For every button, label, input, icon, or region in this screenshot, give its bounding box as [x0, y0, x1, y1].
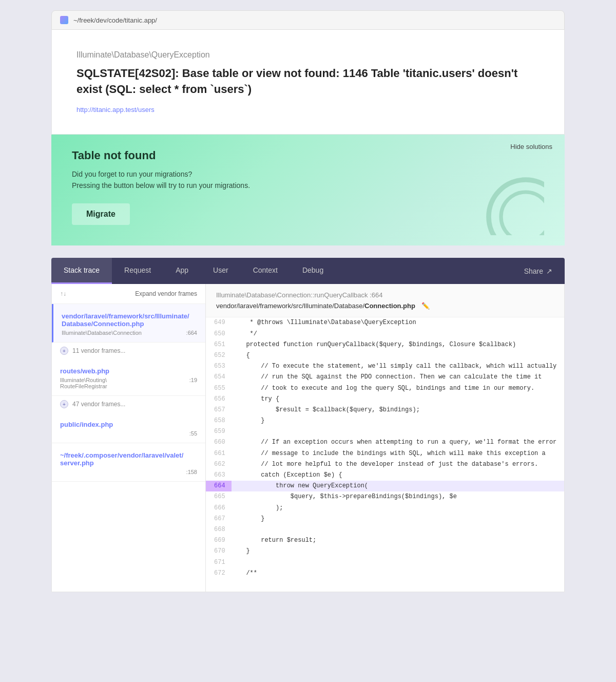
- code-line-667: 667 }: [206, 514, 564, 524]
- line-code: // lot more helpful to the developer ins…: [232, 459, 564, 470]
- line-number: 650: [206, 329, 232, 339]
- tab-app[interactable]: App: [163, 258, 201, 284]
- file-path-name: Connection.php: [364, 302, 415, 310]
- code-line-670: 670 }: [206, 546, 564, 557]
- migrate-button[interactable]: Migrate: [72, 203, 130, 225]
- code-view: Illuminate\Database\Connection::runQuery…: [206, 284, 564, 592]
- code-line-652: 652 {: [206, 350, 564, 361]
- line-number: 664: [206, 481, 232, 491]
- browser-url: ~/freek/dev/code/titanic.app/: [73, 16, 157, 24]
- share-label: Share: [524, 267, 543, 275]
- code-line-664: 664 throw new QueryException(: [206, 481, 564, 491]
- line-code: * @throws \Illuminate\Database\QueryExce…: [232, 317, 564, 328]
- frame-list: ↑↓ Expand vendor frames vendor/laravel/f…: [52, 284, 206, 592]
- solutions-text: Did you forget to run your migrations? P…: [72, 168, 544, 192]
- expand-vendor-label[interactable]: Expand vendor frames: [135, 290, 197, 297]
- frame-class-1: :158: [52, 468, 205, 476]
- frame-item-2[interactable]: public/index.php :55: [52, 412, 205, 443]
- svg-point-1: [501, 192, 544, 235]
- frame-list-header: ↑↓ Expand vendor frames: [52, 284, 205, 304]
- share-button[interactable]: Share ↗: [512, 258, 565, 284]
- code-line-657: 657 $result = $callback($query, $binding…: [206, 405, 564, 415]
- line-number: 665: [206, 491, 232, 502]
- line-number: 660: [206, 437, 232, 448]
- code-table: 649 * @throws \Illuminate\Database\Query…: [206, 317, 564, 579]
- line-code: catch (Exception $e) {: [232, 470, 564, 481]
- solutions-title: Table not found: [72, 149, 544, 162]
- line-number: 670: [206, 546, 232, 557]
- code-class-path: Illuminate\Database\Connection::runQuery…: [216, 291, 554, 299]
- line-number: 666: [206, 503, 232, 514]
- solutions-panel: Hide solutions Table not found Did you f…: [51, 135, 565, 246]
- tab-debug[interactable]: Debug: [290, 258, 336, 284]
- vendor-frames-group-2[interactable]: + 47 vendor frames...: [52, 396, 205, 412]
- code-line-660: 660 // If an exception occurs when attem…: [206, 437, 564, 448]
- frame-item-62[interactable]: vendor/laravel/framework/src/Illuminate/…: [52, 304, 205, 343]
- line-code: {: [232, 350, 564, 361]
- code-line-663: 663 catch (Exception $e) {: [206, 470, 564, 481]
- stack-trace-area: ↑↓ Expand vendor frames vendor/laravel/f…: [51, 284, 565, 592]
- line-code: }: [232, 415, 564, 426]
- line-code: [232, 524, 564, 535]
- code-header: Illuminate\Database\Connection::runQuery…: [206, 284, 564, 317]
- line-number: 663: [206, 470, 232, 481]
- code-line-658: 658 }: [206, 415, 564, 426]
- code-line-668: 668: [206, 524, 564, 535]
- line-code: // took to execute and log the query SQL…: [232, 383, 564, 394]
- tab-user[interactable]: User: [201, 258, 241, 284]
- code-line-671: 671: [206, 557, 564, 568]
- line-code: );: [232, 503, 564, 514]
- frame-file-50: routes/web.php: [52, 364, 205, 376]
- line-number: 653: [206, 361, 232, 372]
- sort-icons[interactable]: ↑↓: [60, 290, 66, 297]
- line-code: */: [232, 329, 564, 339]
- file-path-dir: vendor/laravel/framework/src/Illuminate/…: [216, 302, 364, 310]
- edit-icon[interactable]: ✏️: [421, 302, 430, 310]
- code-line-656: 656 try {: [206, 394, 564, 405]
- line-code: // message to include the bindings with …: [232, 448, 564, 459]
- line-number: 672: [206, 568, 232, 579]
- line-number: 667: [206, 514, 232, 524]
- vendor-frames-group-1[interactable]: + 11 vendor frames...: [52, 343, 205, 359]
- hide-solutions-button[interactable]: Hide solutions: [510, 143, 552, 150]
- line-number: 654: [206, 372, 232, 383]
- vendor-frames-label-2: 47 vendor frames...: [72, 401, 125, 408]
- tab-context[interactable]: Context: [241, 258, 290, 284]
- line-code: // run the SQL against the PDO connectio…: [232, 372, 564, 383]
- vendor-toggle-icon-1: +: [60, 347, 68, 355]
- line-number: 649: [206, 317, 232, 328]
- line-code: }: [232, 514, 564, 524]
- frame-item-1[interactable]: ~/freek/.composer/vendor/laravel/valet/s…: [52, 443, 205, 482]
- code-line-655: 655 // took to execute and log the query…: [206, 383, 564, 394]
- line-number: 668: [206, 524, 232, 535]
- frame-class-62: Illuminate\Database\Connection :664: [53, 329, 205, 337]
- code-line-649: 649 * @throws \Illuminate\Database\Query…: [206, 317, 564, 328]
- tab-stack-trace[interactable]: Stack trace: [51, 258, 112, 284]
- code-line-659: 659: [206, 426, 564, 437]
- frame-item-50[interactable]: routes/web.php Illuminate\Routing\RouteF…: [52, 359, 205, 396]
- line-code: [232, 426, 564, 437]
- code-line-672: 672 /**: [206, 568, 564, 579]
- code-line-669: 669 return $result;: [206, 535, 564, 546]
- exception-class: Illuminate\Database\QueryException: [76, 50, 540, 60]
- solutions-line1: Did you forget to run your migrations?: [72, 170, 192, 178]
- code-line-653: 653 // To execute the statement, we'll s…: [206, 361, 564, 372]
- solutions-line2: Pressing the button below will try to ru…: [72, 181, 250, 190]
- line-code: }: [232, 546, 564, 557]
- exception-url: http://titanic.app.test/users: [76, 106, 540, 113]
- line-number: 661: [206, 448, 232, 459]
- line-code: $result = $callback($query, $bindings);: [232, 405, 564, 415]
- line-number: 651: [206, 339, 232, 350]
- line-number: 656: [206, 394, 232, 405]
- line-code: $query, $this->prepareBindings($bindings…: [232, 491, 564, 502]
- solutions-decoration: [483, 174, 544, 235]
- svg-point-0: [489, 180, 544, 235]
- tab-request[interactable]: Request: [112, 258, 163, 284]
- frame-file-2: public/index.php: [52, 418, 205, 429]
- active-class: Illuminate\Database\Connection::runQuery…: [216, 291, 368, 299]
- code-line-650: 650 */: [206, 329, 564, 339]
- line-code: protected function runQueryCallback($que…: [232, 339, 564, 350]
- line-number: 652: [206, 350, 232, 361]
- share-icon: ↗: [546, 267, 552, 275]
- line-number: 657: [206, 405, 232, 415]
